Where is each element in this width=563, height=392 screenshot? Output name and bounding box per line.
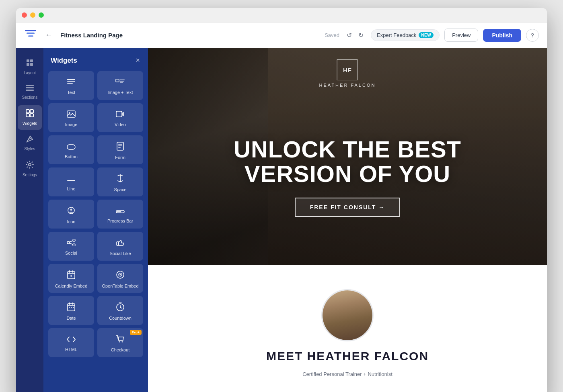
close-window-button[interactable] [22,12,27,18]
widget-space[interactable]: Space [97,167,143,196]
svg-rect-12 [67,79,75,80]
widget-form[interactable]: Form [97,135,143,164]
widget-social-like[interactable]: Social Like [97,232,143,261]
redo-button[interactable]: ↻ [356,30,366,41]
help-button[interactable]: ? [526,29,539,42]
expert-feedback-button[interactable]: Expert Feedback NEW [371,29,440,41]
progress-bar-icon [116,207,125,216]
svg-rect-26 [118,147,121,148]
widget-progress-bar[interactable]: Progress Bar [97,200,143,229]
svg-point-32 [67,241,70,244]
widget-opentable[interactable]: OpenTable Embed [97,264,143,293]
sections-icon [26,85,34,93]
opentable-icon [116,270,125,281]
widgets-panel-title: Widgets [51,57,77,65]
trainer-title: Certified Personal Trainer + Nutritionis… [302,371,392,377]
svg-point-11 [29,163,31,166]
sidebar-item-widgets[interactable]: Widgets [18,105,42,130]
sidebar-item-layout[interactable]: Layout [18,55,42,79]
svg-rect-3 [30,63,33,66]
widget-social[interactable]: Social [48,232,94,261]
back-button[interactable]: ← [43,29,54,41]
image-text-icon [115,78,125,88]
canvas-area[interactable]: HF HEATHER FALCON UNLOCK THE BEST VERSIO… [148,48,547,392]
widget-text[interactable]: Text [48,71,94,100]
widgets-panel: Widgets × Text [43,48,148,392]
hero-logo: HF HEATHER FALCON [319,59,376,88]
cta-button[interactable]: FREE FIT CONSULT → [295,198,401,217]
preview-button[interactable]: Preview [444,29,478,42]
text-icon [67,78,76,88]
svg-rect-7 [26,110,29,113]
svg-rect-37 [69,270,70,273]
checkout-icon [116,335,125,345]
icon-widget-icon [67,206,76,217]
svg-rect-2 [27,63,29,66]
svg-rect-31 [117,211,121,212]
settings-icon [26,161,34,171]
widget-line[interactable]: Line [48,167,94,196]
widget-checkout[interactable]: Pro+ Checkout [97,328,143,357]
svg-rect-10 [30,114,33,117]
canvas-content: HF HEATHER FALCON UNLOCK THE BEST VERSIO… [148,48,547,392]
widget-icon[interactable]: Icon [48,200,94,229]
svg-rect-22 [67,145,75,149]
mac-window: ← Fitness Landing Page Saved ↺ ↻ Expert … [16,8,547,392]
hero-cta: FREE FIT CONSULT → [148,198,547,217]
publish-button[interactable]: Publish [483,29,521,42]
html-icon [67,335,76,345]
widget-image-text-label: Image + Text [107,90,133,95]
new-badge: NEW [419,32,434,38]
sidebar-item-styles[interactable]: Styles [18,131,42,155]
widget-countdown[interactable]: Countdown [97,296,143,325]
layout-icon [26,59,34,69]
svg-rect-24 [118,144,122,145]
svg-rect-8 [30,110,33,113]
widget-video[interactable]: Video [97,103,143,132]
svg-rect-17 [120,81,124,82]
sidebar-item-settings[interactable]: Settings [18,157,42,181]
svg-rect-9 [26,114,29,117]
undo-button[interactable]: ↺ [344,30,354,41]
svg-rect-25 [118,145,122,146]
svg-point-51 [122,341,123,342]
svg-point-34 [73,244,75,246]
svg-rect-15 [116,79,119,82]
widget-checkout-label: Checkout [111,347,129,352]
sidebar-item-sections[interactable]: Sections [18,81,42,104]
date-icon [67,302,75,313]
widget-date[interactable]: Date [48,296,94,325]
maximize-window-button[interactable] [39,12,44,18]
svg-rect-5 [26,87,34,88]
widget-icon-label: Icon [67,219,76,224]
styles-label: Styles [24,147,35,151]
widget-calendly[interactable]: Calendly Embed [48,264,94,293]
svg-rect-46 [69,307,70,308]
page-title: Fitness Landing Page [60,32,318,39]
widget-image-text[interactable]: Image + Text [97,71,143,100]
svg-point-42 [120,274,121,275]
line-icon [67,175,76,184]
calendly-icon [67,270,75,281]
logo-stripe-2 [27,33,35,34]
svg-rect-16 [120,80,125,80]
trainer-avatar [321,289,374,341]
widget-button-label: Button [65,154,78,159]
hero-headline-line2: VERSION OF YOU [148,162,547,186]
widgets-panel-header: Widgets × [43,48,148,71]
widget-image[interactable]: Image [48,103,94,132]
svg-rect-48 [73,307,74,308]
logo-stripe-1 [25,30,36,31]
widget-html[interactable]: HTML [48,328,94,357]
widget-form-label: Form [115,155,125,160]
widgets-icon [26,109,34,119]
widget-line-label: Line [67,186,76,191]
social-icon [67,239,76,248]
mac-titlebar [16,8,547,22]
svg-point-50 [119,341,120,342]
widget-button[interactable]: Button [48,135,94,164]
image-icon [67,110,76,120]
minimize-window-button[interactable] [30,12,35,18]
about-section: MEET HEATHER FALCON Certified Personal T… [148,265,547,392]
widgets-close-button[interactable]: × [135,55,141,65]
